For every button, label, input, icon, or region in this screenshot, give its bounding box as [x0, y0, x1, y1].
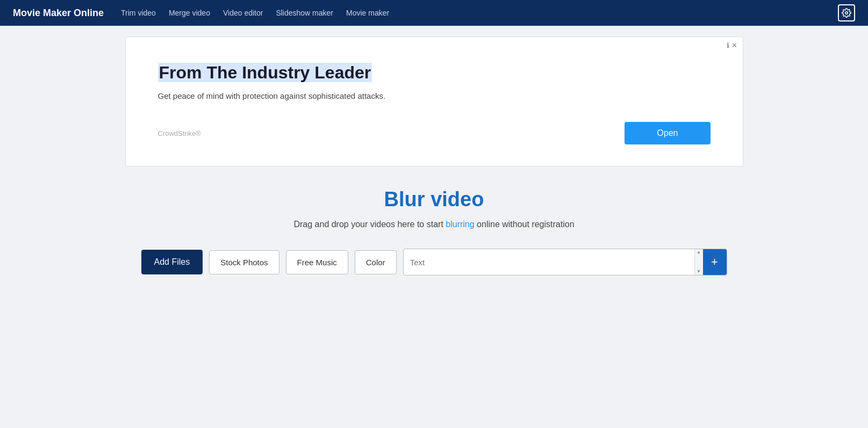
nav-link-merge-video[interactable]: Merge video [169, 9, 210, 17]
subtitle-suffix: online without registration [475, 220, 575, 229]
ad-inner: From The Industry Leader Get peace of mi… [126, 37, 743, 166]
text-scrollbar: ▲ ▼ [694, 249, 703, 275]
page-subtitle: Drag and drop your videos here to start … [293, 220, 574, 229]
subtitle-prefix: Drag and drop your videos here to start [293, 220, 446, 229]
ad-footer: CrowdStrike® Open [158, 122, 711, 144]
ad-open-button[interactable]: Open [625, 122, 710, 144]
ad-subtitle: Get peace of mind with protection agains… [158, 91, 711, 100]
free-music-button[interactable]: Free Music [286, 250, 348, 274]
navbar-links: Trim video Merge video Video editor Slid… [121, 9, 821, 17]
navbar-brand[interactable]: Movie Maker Online [13, 8, 104, 19]
scroll-down-arrow: ▼ [697, 270, 701, 274]
ad-title: From The Industry Leader [158, 63, 711, 83]
page-content: Blur video Drag and drop your videos her… [0, 188, 868, 275]
toolbar: Add Files Stock Photos Free Music Color … [141, 249, 727, 275]
page-title: Blur video [384, 188, 484, 211]
nav-link-slideshow-maker[interactable]: Slideshow maker [276, 9, 333, 17]
text-input-wrapper: ▲ ▼ + [403, 249, 727, 275]
scroll-up-arrow: ▲ [697, 250, 701, 255]
nav-link-video-editor[interactable]: Video editor [223, 9, 263, 17]
nav-link-trim-video[interactable]: Trim video [121, 9, 156, 17]
navbar: Movie Maker Online Trim video Merge vide… [0, 0, 868, 26]
ad-banner: ℹ ✕ From The Industry Leader Get peace o… [125, 37, 743, 166]
color-button[interactable]: Color [355, 250, 397, 274]
settings-gear-button[interactable] [838, 4, 855, 21]
svg-point-0 [845, 12, 848, 14]
ad-close-icon[interactable]: ✕ [731, 41, 737, 49]
stock-photos-button[interactable]: Stock Photos [209, 250, 279, 274]
add-files-button[interactable]: Add Files [141, 250, 203, 274]
ad-controls: ℹ ✕ [727, 41, 737, 49]
main-content: ℹ ✕ From The Industry Leader Get peace o… [0, 26, 868, 297]
text-add-button[interactable]: + [703, 249, 727, 275]
nav-link-movie-maker[interactable]: Movie maker [346, 9, 389, 17]
subtitle-link[interactable]: blurring [446, 220, 474, 229]
text-input[interactable] [404, 258, 694, 267]
ad-info-icon[interactable]: ℹ [727, 41, 729, 49]
ad-brand-name: CrowdStrike® [158, 129, 201, 137]
